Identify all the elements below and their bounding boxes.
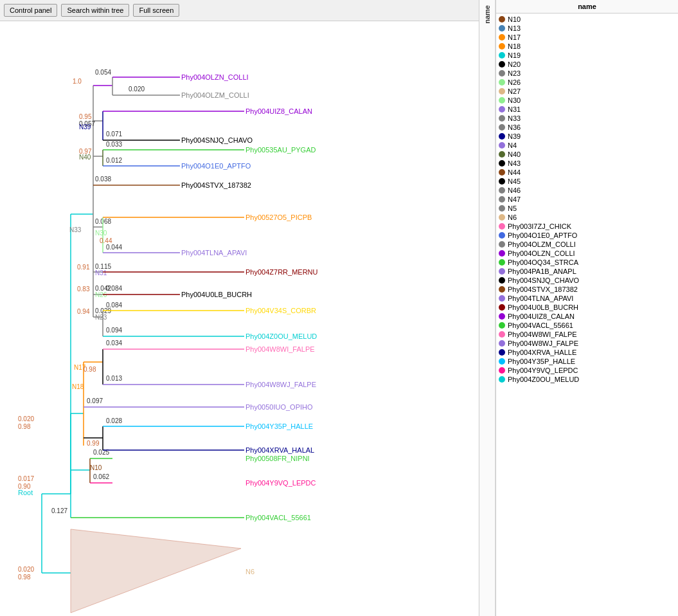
n17-support: 0.98: [84, 366, 96, 373]
legend-dot: [499, 259, 505, 266]
legend-dot: [499, 187, 505, 194]
legend-item-label: Phy004TLNA_APAVI: [508, 294, 573, 302]
legend-item-label: Phy004OLZN_COLLI: [508, 249, 575, 257]
n30-label: N30: [95, 230, 107, 237]
control-panel-button[interactable]: Control panel: [4, 4, 57, 17]
picpb-label: Phy00527O5_PICPB: [245, 213, 312, 221]
legend-item[interactable]: N47: [499, 195, 675, 204]
legend-item[interactable]: Phy004SNJQ_CHAVO: [499, 276, 675, 285]
legend-item[interactable]: N19: [499, 51, 675, 60]
legend-item-label: N39: [508, 132, 521, 140]
legend-item-label: Phy004U0LB_BUCRH: [508, 303, 578, 311]
legend-item[interactable]: Phy004Y9VQ_LEPDC: [499, 366, 675, 375]
legend-item-label: N30: [508, 96, 521, 104]
legend-item[interactable]: N6: [499, 213, 675, 222]
legend-item[interactable]: N20: [499, 60, 675, 69]
snjq-length: 0.071: [106, 131, 122, 138]
legend-item[interactable]: N44: [499, 168, 675, 177]
legend-item-label: Phy004W8WI_FALPE: [508, 331, 577, 338]
legend-item[interactable]: Phy004W8WI_FALPE: [499, 330, 675, 339]
w8wj-length: 0.013: [106, 375, 122, 382]
legend-item[interactable]: N17: [499, 33, 675, 42]
u0lb-length: 0.084: [106, 285, 122, 292]
n40-label: N40: [79, 154, 91, 161]
olzn-length: 0.054: [95, 69, 111, 76]
legend-item[interactable]: N5: [499, 204, 675, 213]
legend-item-label: Phy004O1E0_APTFO: [508, 231, 577, 239]
legend-item-label: Phy004Y35P_HALLE: [508, 358, 575, 365]
legend-item-label: Phy004Y9VQ_LEPDC: [508, 367, 578, 374]
legend-dot: [499, 322, 505, 329]
legend-item[interactable]: N33: [499, 114, 675, 123]
y35p-label: Phy004Y35P_HALLE: [245, 422, 313, 430]
legend-item[interactable]: Phy004XRVA_HALLE: [499, 348, 675, 357]
legend-item[interactable]: Phy004W8WJ_FALPE: [499, 339, 675, 348]
legend-item-label: N47: [508, 195, 521, 203]
z0ou-label: Phy004Z0OU_MELUD: [245, 332, 317, 340]
legend-item[interactable]: N39: [499, 132, 675, 141]
legend-item-label: Phy004W8WJ_FALPE: [508, 340, 578, 347]
legend-item[interactable]: Phy004OLZM_COLLI: [499, 240, 675, 249]
legend-item-label: N19: [508, 51, 521, 59]
n23-label: N23: [95, 314, 107, 321]
legend-item[interactable]: Phy004OQ34_STRCA: [499, 258, 675, 267]
legend-dot: [499, 124, 505, 131]
legend-item[interactable]: Phy003I7ZJ_CHICK: [499, 222, 675, 231]
legend-item[interactable]: N36: [499, 123, 675, 132]
legend-dot: [499, 349, 505, 356]
legend-item-label: N4: [508, 141, 517, 149]
legend-dot: [499, 232, 505, 239]
legend-item[interactable]: N27: [499, 87, 675, 96]
legend-item[interactable]: Phy004STVX_187382: [499, 285, 675, 294]
legend-item-label: Phy004OLZM_COLLI: [508, 240, 576, 248]
legend-dot: [499, 142, 505, 149]
search-within-tree-button[interactable]: Search within tree: [61, 4, 129, 17]
legend-item-label: Phy004OQ34_STRCA: [508, 258, 578, 266]
legend-item[interactable]: N30: [499, 96, 675, 105]
legend-dot: [499, 97, 505, 104]
legend-item[interactable]: N31: [499, 105, 675, 114]
legend-item-label: N33: [508, 114, 521, 122]
legend-item[interactable]: Phy004OLZN_COLLI: [499, 249, 675, 258]
legend-item[interactable]: Phy004Z0OU_MELUD: [499, 375, 675, 384]
full-screen-button[interactable]: Full screen: [133, 4, 179, 17]
legend-item[interactable]: N46: [499, 186, 675, 195]
legend-list[interactable]: N10N13N17N18N19N20N23N26N27N30N31N33N36N…: [496, 14, 678, 616]
n6-label: N6: [245, 568, 254, 575]
fr-nipni-label: Phy00508FR_NIPNI: [245, 455, 310, 462]
legend-item[interactable]: Phy004PA1B_ANAPL: [499, 267, 675, 276]
legend-item-label: Phy004SNJQ_CHAVO: [508, 276, 579, 284]
vacl-label: Phy004VACL_55661: [245, 514, 311, 521]
legend-dot: [499, 241, 505, 248]
vacl-length: 0.127: [51, 507, 67, 514]
legend-item[interactable]: N10: [499, 15, 675, 24]
legend-item[interactable]: Phy004Y35P_HALLE: [499, 357, 675, 366]
n6-collapsed-clade[interactable]: [71, 529, 241, 613]
legend-item[interactable]: Phy004VACL_55661: [499, 321, 675, 330]
tree-container[interactable]: Root N6 0.020 0.98 Phy004VACL_55661 0.12…: [0, 21, 479, 616]
z0ou-length: 0.094: [106, 327, 122, 334]
u0lb-label: Phy004U0LB_BUCRH: [181, 291, 252, 298]
legend-item-label: N17: [508, 33, 521, 41]
legend-item[interactable]: Phy004U0LB_BUCRH: [499, 303, 675, 312]
legend-item[interactable]: N4: [499, 141, 675, 150]
legend-item-label: Phy004Z0OU_MELUD: [508, 376, 579, 383]
legend-item[interactable]: Phy004TLNA_APAVI: [499, 294, 675, 303]
legend-item[interactable]: N40: [499, 150, 675, 159]
legend-item[interactable]: N43: [499, 159, 675, 168]
legend-item[interactable]: N45: [499, 177, 675, 186]
legend-dot: [499, 52, 505, 59]
legend-dot: [499, 277, 505, 284]
legend-dot: [499, 88, 505, 95]
legend-item[interactable]: Phy004O1E0_APTFO: [499, 231, 675, 240]
legend-dot: [499, 358, 505, 365]
n39-support: 0.95: [79, 113, 92, 120]
legend-item[interactable]: Phy004UIZ8_CALAN: [499, 312, 675, 321]
legend-item[interactable]: N13: [499, 24, 675, 33]
legend-item[interactable]: N23: [499, 69, 675, 78]
legend-item[interactable]: N26: [499, 78, 675, 87]
legend-dot: [499, 61, 505, 68]
n18-outer-support: 0.98: [18, 423, 31, 430]
legend-item[interactable]: N18: [499, 42, 675, 51]
legend-item-label: Phy004STVX_187382: [508, 285, 578, 293]
